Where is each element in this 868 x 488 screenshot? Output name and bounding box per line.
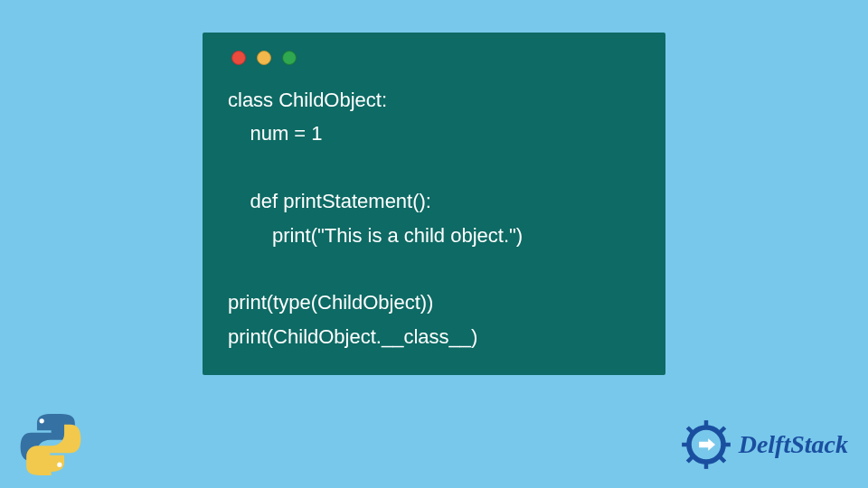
svg-rect-3: [703, 420, 707, 427]
svg-marker-11: [699, 438, 715, 450]
svg-point-0: [40, 418, 44, 423]
code-window: class ChildObject: num = 1 def printStat…: [203, 33, 665, 375]
window-traffic-lights: [228, 51, 640, 65]
close-icon: [231, 51, 246, 65]
code-block: class ChildObject: num = 1 def printStat…: [228, 83, 640, 353]
minimize-icon: [257, 51, 271, 65]
svg-point-1: [57, 463, 61, 467]
svg-rect-4: [703, 462, 707, 469]
brand-logo: DelftStack: [681, 419, 848, 470]
maximize-icon: [282, 51, 297, 65]
python-logo-icon: [18, 410, 83, 475]
svg-rect-6: [723, 443, 731, 446]
brand-gear-icon: [681, 419, 731, 470]
svg-rect-5: [682, 443, 689, 446]
brand-name: DelftStack: [739, 430, 848, 459]
